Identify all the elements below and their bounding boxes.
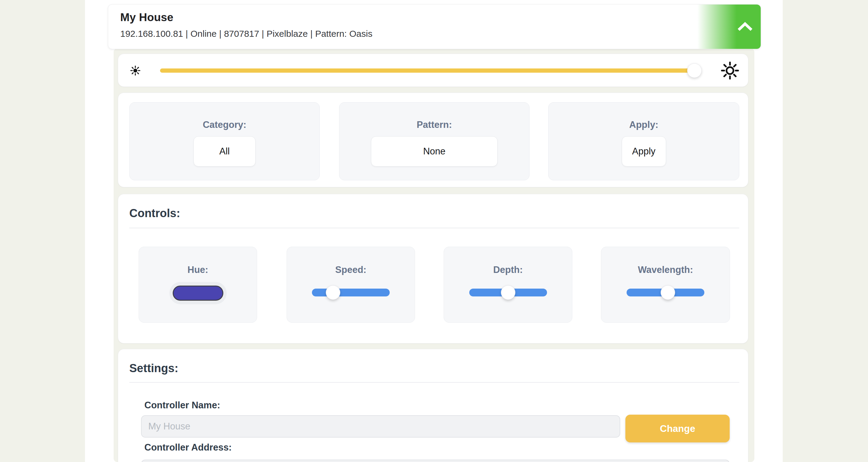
settings-divider: [129, 382, 739, 383]
pattern-selector-card: Category: All Pattern: None Apply: Apply: [118, 93, 748, 187]
wavelength-control-card: Wavelength:: [601, 247, 730, 323]
brightness-slider[interactable]: [160, 68, 701, 73]
brightness-card: [118, 54, 748, 87]
change-name-button[interactable]: Change: [625, 415, 730, 442]
wavelength-slider[interactable]: [627, 289, 704, 296]
apply-card: Apply: Apply: [548, 102, 739, 180]
controller-address-input[interactable]: [141, 460, 730, 462]
category-select[interactable]: All: [193, 136, 255, 167]
sun-dim-icon: [130, 65, 141, 76]
pattern-label: Pattern:: [339, 119, 529, 130]
brightness-slider-fill: [160, 68, 694, 73]
controls-divider: [129, 228, 739, 228]
hue-color-swatch[interactable]: [173, 286, 223, 301]
pattern-card: Pattern: None: [339, 102, 530, 180]
settings-section-title: Settings:: [129, 362, 179, 375]
apply-label: Apply:: [549, 119, 739, 130]
category-card: Category: All: [129, 102, 320, 180]
controller-header-text: My House 192.168.100.81 | Online | 87078…: [120, 11, 373, 39]
controller-status-line: 192.168.100.81 | Online | 8707817 | Pixe…: [120, 29, 373, 39]
controller-title: My House: [120, 11, 373, 24]
apply-button[interactable]: Apply: [622, 136, 666, 167]
depth-control-card: Depth:: [444, 247, 572, 323]
hue-color-picker[interactable]: [169, 282, 227, 304]
wavelength-label: Wavelength:: [601, 264, 730, 275]
hue-label: Hue:: [139, 264, 257, 275]
chevron-up-icon: [737, 21, 753, 33]
depth-slider[interactable]: [469, 289, 547, 296]
speed-slider-track: [312, 289, 390, 296]
hue-control-card: Hue:: [138, 247, 257, 323]
brightness-slider-thumb[interactable]: [687, 63, 702, 78]
depth-slider-thumb[interactable]: [501, 285, 516, 300]
sun-bright-icon: [720, 61, 740, 80]
controls-section: Controls: Hue: Speed: Depth: Wavelength:: [118, 194, 748, 344]
speed-slider-thumb[interactable]: [326, 285, 340, 300]
controls-section-title: Controls:: [129, 207, 180, 220]
pattern-select[interactable]: None: [371, 136, 498, 167]
controller-header-card: My House 192.168.100.81 | Online | 87078…: [108, 4, 761, 49]
speed-control-card: Speed:: [287, 247, 415, 323]
controller-name-label: Controller Name:: [144, 400, 220, 411]
controller-address-label: Controller Address:: [144, 442, 232, 453]
controller-name-input[interactable]: [141, 415, 620, 438]
category-label: Category:: [130, 119, 319, 130]
collapse-button[interactable]: [698, 4, 761, 49]
speed-label: Speed:: [287, 264, 415, 275]
wavelength-slider-thumb[interactable]: [661, 285, 675, 300]
speed-slider[interactable]: [312, 289, 390, 296]
settings-section: Settings: Controller Name: Change Contro…: [118, 349, 748, 462]
depth-label: Depth:: [444, 264, 572, 275]
